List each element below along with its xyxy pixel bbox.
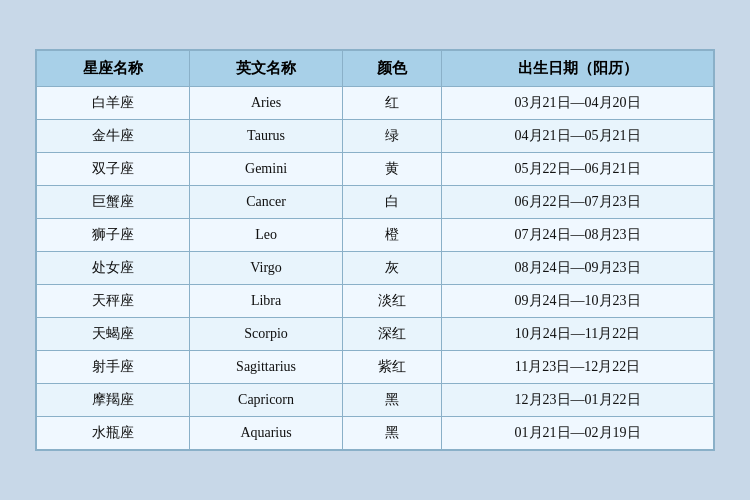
table-cell: 天秤座 [37, 285, 190, 318]
table-row: 摩羯座Capricorn黑12月23日—01月22日 [37, 384, 714, 417]
table-cell: 天蝎座 [37, 318, 190, 351]
table-cell: 黑 [343, 417, 442, 450]
table-cell: 08月24日—09月23日 [442, 252, 714, 285]
table-row: 处女座Virgo灰08月24日—09月23日 [37, 252, 714, 285]
table-row: 水瓶座Aquarius黑01月21日—02月19日 [37, 417, 714, 450]
table-cell: 红 [343, 87, 442, 120]
zodiac-table: 星座名称 英文名称 颜色 出生日期（阳历） 白羊座Aries红03月21日—04… [36, 50, 714, 450]
table-cell: Aries [190, 87, 343, 120]
table-cell: 09月24日—10月23日 [442, 285, 714, 318]
table-cell: 06月22日—07月23日 [442, 186, 714, 219]
table-cell: Gemini [190, 153, 343, 186]
table-row: 巨蟹座Cancer白06月22日—07月23日 [37, 186, 714, 219]
table-cell: 淡红 [343, 285, 442, 318]
table-row: 天秤座Libra淡红09月24日—10月23日 [37, 285, 714, 318]
table-row: 双子座Gemini黄05月22日—06月21日 [37, 153, 714, 186]
table-cell: 07月24日—08月23日 [442, 219, 714, 252]
table-cell: 黄 [343, 153, 442, 186]
table-cell: 12月23日—01月22日 [442, 384, 714, 417]
table-cell: Libra [190, 285, 343, 318]
table-cell: 03月21日—04月20日 [442, 87, 714, 120]
table-cell: Taurus [190, 120, 343, 153]
table-row: 射手座Sagittarius紫红11月23日—12月22日 [37, 351, 714, 384]
table-cell: 紫红 [343, 351, 442, 384]
table-cell: 处女座 [37, 252, 190, 285]
table-cell: 巨蟹座 [37, 186, 190, 219]
table-cell: 双子座 [37, 153, 190, 186]
col-header-birthdate: 出生日期（阳历） [442, 51, 714, 87]
table-cell: Cancer [190, 186, 343, 219]
table-cell: 05月22日—06月21日 [442, 153, 714, 186]
table-cell: 深红 [343, 318, 442, 351]
table-cell: 橙 [343, 219, 442, 252]
table-cell: 射手座 [37, 351, 190, 384]
table-cell: 黑 [343, 384, 442, 417]
table-cell: Capricorn [190, 384, 343, 417]
table-cell: Aquarius [190, 417, 343, 450]
table-cell: 01月21日—02月19日 [442, 417, 714, 450]
table-cell: 绿 [343, 120, 442, 153]
table-cell: 04月21日—05月21日 [442, 120, 714, 153]
col-header-color: 颜色 [343, 51, 442, 87]
table-cell: 狮子座 [37, 219, 190, 252]
table-cell: 灰 [343, 252, 442, 285]
table-cell: Virgo [190, 252, 343, 285]
table-cell: 水瓶座 [37, 417, 190, 450]
table-cell: 10月24日—11月22日 [442, 318, 714, 351]
zodiac-table-container: 星座名称 英文名称 颜色 出生日期（阳历） 白羊座Aries红03月21日—04… [35, 49, 715, 451]
table-row: 金牛座Taurus绿04月21日—05月21日 [37, 120, 714, 153]
table-header-row: 星座名称 英文名称 颜色 出生日期（阳历） [37, 51, 714, 87]
table-row: 狮子座Leo橙07月24日—08月23日 [37, 219, 714, 252]
table-cell: 白 [343, 186, 442, 219]
table-cell: 摩羯座 [37, 384, 190, 417]
table-cell: 11月23日—12月22日 [442, 351, 714, 384]
table-cell: Scorpio [190, 318, 343, 351]
col-header-english-name: 英文名称 [190, 51, 343, 87]
table-cell: Leo [190, 219, 343, 252]
col-header-chinese-name: 星座名称 [37, 51, 190, 87]
table-cell: Sagittarius [190, 351, 343, 384]
table-row: 天蝎座Scorpio深红10月24日—11月22日 [37, 318, 714, 351]
table-cell: 白羊座 [37, 87, 190, 120]
table-row: 白羊座Aries红03月21日—04月20日 [37, 87, 714, 120]
table-cell: 金牛座 [37, 120, 190, 153]
